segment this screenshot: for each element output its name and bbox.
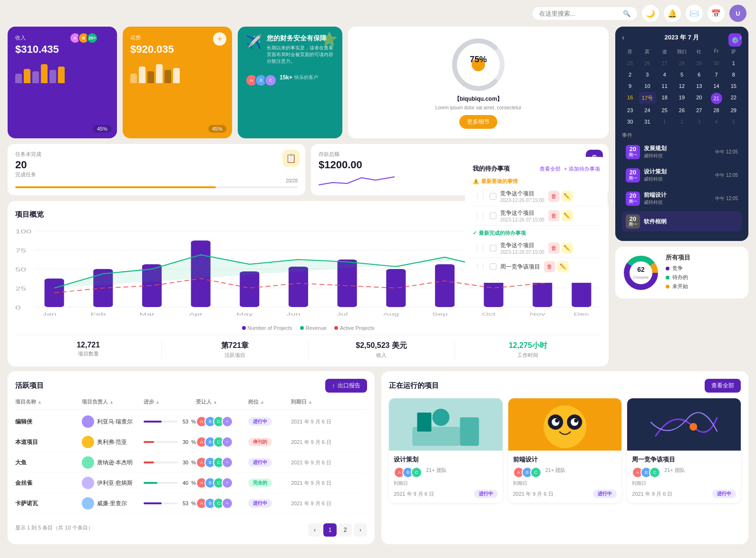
circle-desc: Lorem ipsum dolor sat amet, consectetur — [358, 105, 599, 110]
sort-assignee[interactable]: ▲ — [213, 400, 217, 404]
cal-d-n4[interactable]: 4 — [708, 116, 724, 127]
cal-d-16[interactable]: 16 — [622, 92, 638, 104]
cal-d-6[interactable]: 6 — [691, 69, 707, 80]
cal-d-12[interactable]: 12 — [674, 81, 690, 91]
cal-d-26[interactable]: 26 — [639, 58, 655, 68]
pagination-next[interactable]: › — [354, 523, 367, 537]
cal-d-30[interactable]: 30 — [708, 58, 724, 68]
cal-d-27b[interactable]: 27 — [691, 105, 707, 115]
edit-btn-3[interactable]: ✏️ — [557, 261, 569, 272]
cal-d-18[interactable]: 18 — [657, 92, 673, 104]
edit-btn-1[interactable]: ✏️ — [562, 210, 573, 221]
cal-d-n2[interactable]: 2 — [674, 116, 690, 127]
cal-prev-btn[interactable]: ‹ — [622, 33, 624, 42]
cal-d-29[interactable]: 29 — [691, 58, 707, 68]
mail-icon[interactable]: ✉️ — [686, 5, 703, 22]
cal-d-29b[interactable]: 29 — [726, 105, 742, 115]
donut-legend-pending: 待办的 — [666, 274, 742, 281]
drag-handle-2[interactable]: ⋮⋮ — [475, 245, 486, 251]
moon-icon[interactable]: 🌙 — [642, 5, 659, 22]
pagination-prev[interactable]: ‹ — [308, 523, 321, 537]
search-box[interactable]: 🔍 — [533, 7, 637, 20]
legend-dot-active — [334, 326, 338, 330]
cal-d-1[interactable]: 1 — [726, 58, 742, 68]
sort-manager[interactable]: ▲ — [109, 400, 114, 404]
pagination-2[interactable]: 2 — [339, 523, 352, 537]
cal-d-5[interactable]: 5 — [674, 69, 690, 80]
progress-bar-3 — [144, 482, 178, 484]
user-avatar[interactable]: U — [729, 5, 746, 22]
checkbox-1[interactable] — [490, 212, 496, 219]
rav-1-2: C — [530, 467, 542, 478]
cal-next-btn[interactable]: › — [739, 33, 742, 42]
cal-d-11[interactable]: 11 — [657, 81, 673, 91]
calendar-icon[interactable]: 📅 — [708, 5, 725, 22]
table-footer: 显示 1 到 5 条目（共 10 个条目） ‹ 1 2 › — [15, 519, 367, 537]
cal-d-8[interactable]: 8 — [726, 69, 742, 80]
cal-d-2[interactable]: 2 — [622, 69, 638, 80]
tasks-progress-fill — [15, 186, 216, 188]
cal-title: 2023 年 7 月 — [665, 33, 699, 42]
cal-d-21-today[interactable]: 21 — [711, 93, 722, 104]
cal-d-23[interactable]: 23 — [622, 105, 638, 115]
drag-handle-1[interactable]: ⋮⋮ — [475, 212, 486, 219]
bar-1 — [15, 74, 22, 83]
running-card-avatars-2: A B C 21+ 团队 — [632, 467, 736, 478]
cal-d-10[interactable]: 10 — [639, 81, 655, 91]
drag-handle-3[interactable]: ⋮⋮ — [475, 263, 486, 270]
cal-d-25b[interactable]: 25 — [657, 105, 673, 115]
add-expense-btn[interactable]: + — [213, 32, 226, 46]
edit-btn-2[interactable]: ✏️ — [562, 242, 573, 254]
cal-d-19[interactable]: 19 — [674, 92, 690, 104]
search-input[interactable] — [539, 10, 619, 17]
delete-btn-3[interactable]: 🗑 — [544, 261, 555, 272]
cal-d-4[interactable]: 4 — [657, 69, 673, 80]
cal-d-9[interactable]: 9 — [622, 81, 638, 91]
table-row-1: 本道项目 奥利弗·范亚 30% A B C + 停刊的 — [15, 432, 367, 452]
td-assignee-1: A B C + — [196, 436, 248, 448]
cal-d-n1[interactable]: 1 — [657, 116, 673, 127]
cal-d-13[interactable]: 13 — [691, 81, 707, 91]
sort-progress[interactable]: ▲ — [155, 400, 160, 404]
cal-d-30b[interactable]: 30 — [622, 116, 638, 127]
pagination-1[interactable]: 1 — [323, 523, 337, 537]
export-btn[interactable]: ↑ 出口报告 — [325, 379, 367, 393]
cal-d-26b[interactable]: 26 — [674, 105, 690, 115]
cal-d-n3[interactable]: 3 — [691, 116, 707, 127]
detail-button[interactable]: 更多细节 — [459, 115, 497, 129]
cal-d-3[interactable]: 3 — [639, 69, 655, 80]
cal-d-28[interactable]: 28 — [674, 58, 690, 68]
cal-d-15[interactable]: 15 — [726, 81, 742, 91]
ebar-2 — [139, 67, 145, 83]
checkbox-2[interactable] — [490, 245, 496, 251]
cal-d-24[interactable]: 24 — [639, 105, 655, 115]
edit-btn-0[interactable]: ✏️ — [562, 191, 573, 202]
cal-d-31[interactable]: 31 — [639, 116, 655, 127]
delete-btn-2[interactable]: 🗑 — [548, 242, 560, 254]
sort-name[interactable]: ▲ — [38, 400, 42, 404]
cal-d-17-label[interactable]: 17号 — [639, 92, 655, 104]
cal-d-7[interactable]: 7 — [708, 69, 724, 80]
view-all-todo[interactable]: 查看全部 — [540, 165, 561, 173]
legend-projects: Number of Projects — [242, 325, 292, 331]
delete-btn-1[interactable]: 🗑 — [548, 210, 560, 221]
checkbox-0[interactable] — [490, 193, 496, 200]
sav-4-3: + — [222, 498, 233, 509]
checkbox-3[interactable] — [490, 263, 496, 270]
cal-d-25[interactable]: 25 — [622, 58, 638, 68]
running-projects-section: 正在运行的项目 查看全部 设计策划 A — [381, 371, 748, 544]
event-day-3: 20 — [630, 216, 636, 222]
cal-d-27[interactable]: 27 — [657, 58, 673, 68]
add-todo[interactable]: + 添加待办事项 — [564, 165, 600, 173]
drag-handle-0[interactable]: ⋮⋮ — [475, 193, 486, 200]
delete-btn-0[interactable]: 🗑 — [548, 191, 560, 202]
sort-due[interactable]: ▲ — [308, 400, 312, 404]
cal-d-14[interactable]: 14 — [708, 81, 724, 91]
view-all-running-btn[interactable]: 查看全部 — [705, 379, 741, 393]
cal-d-22[interactable]: 22 — [726, 92, 742, 104]
bell-icon[interactable]: 🔔 — [664, 5, 681, 22]
cal-d-n5[interactable]: 5 — [726, 116, 742, 127]
sort-position[interactable]: ▲ — [260, 400, 264, 404]
cal-d-28b[interactable]: 28 — [708, 105, 724, 115]
cal-d-20[interactable]: 20 — [691, 92, 707, 104]
